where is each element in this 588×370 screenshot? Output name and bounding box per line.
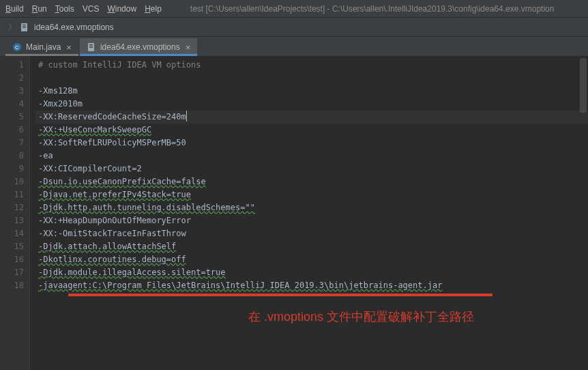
annotation-text: 在 .vmoptions 文件中配置破解补丁全路径 <box>248 309 474 325</box>
line-number: 13 <box>0 214 24 227</box>
gutter: 1 2 3 4 5 6 7 8 9 10 11 12 13 14 15 16 1… <box>0 56 30 370</box>
code-line: -Djdk.attach.allowAttachSelf <box>38 242 176 251</box>
svg-rect-3 <box>23 27 26 28</box>
menu-help[interactable]: Help <box>145 4 162 14</box>
svg-rect-7 <box>89 44 93 45</box>
svg-text:C: C <box>15 44 19 51</box>
code-line: -XX:SoftRefLRUPolicyMSPerMB=50 <box>38 138 186 147</box>
svg-rect-2 <box>23 26 26 27</box>
menu-window[interactable]: Window <box>107 4 136 14</box>
window-title: test [C:\Users\allen\IdeaProjects\test] … <box>190 4 555 14</box>
code-line: -XX:+UseConcMarkSweepGC <box>38 125 151 134</box>
menu-bar: Build Run Tools VCS Window Help test [C:… <box>0 0 588 18</box>
line-number: 17 <box>0 266 24 279</box>
tab-vmoptions[interactable]: idea64.exe.vmoptions × <box>80 38 197 56</box>
menu-vcs[interactable]: VCS <box>83 4 100 14</box>
menu-run[interactable]: Run <box>32 4 47 14</box>
code-line: -Dsun.io.useCanonPrefixCache=false <box>38 177 206 186</box>
breadcrumb-sep-icon: 〉 <box>8 21 16 33</box>
tab-strip: C Main.java × idea64.exe.vmoptions × <box>0 37 588 56</box>
code-line: -Djdk.module.illegalAccess.silent=true <box>38 268 226 277</box>
breadcrumb: 〉 idea64.exe.vmoptions <box>0 18 588 37</box>
line-number: 8 <box>0 150 24 162</box>
editor[interactable]: 1 2 3 4 5 6 7 8 9 10 11 12 13 14 15 16 1… <box>0 56 588 370</box>
line-number: 11 <box>0 188 24 201</box>
line-number: 14 <box>0 227 24 240</box>
line-number: 12 <box>0 201 24 214</box>
svg-rect-8 <box>89 46 93 46</box>
menu-build[interactable]: Build <box>5 4 24 14</box>
code-line: # custom IntelliJ IDEA VM options <box>38 60 201 70</box>
code-area[interactable]: # custom IntelliJ IDEA VM options -Xms12… <box>30 56 588 370</box>
code-line: -Djava.net.preferIPv4Stack=true <box>38 190 191 199</box>
file-icon <box>19 22 30 33</box>
menu-tools[interactable]: Tools <box>55 4 74 14</box>
code-line: -ea <box>38 151 53 160</box>
code-line: -XX:CICompilerCount=2 <box>38 164 142 173</box>
line-number: 2 <box>0 72 24 85</box>
code-line: -XX:ReservedCodeCacheSize=240m <box>38 112 186 122</box>
line-number: 7 <box>0 137 24 150</box>
line-number: 9 <box>0 162 24 175</box>
line-number: 3 <box>0 85 24 98</box>
code-line: -XX:+HeapDumpOnOutOfMemoryError <box>38 216 191 225</box>
file-icon <box>87 42 96 52</box>
tab-label: Main.java <box>26 42 61 52</box>
tab-label: idea64.exe.vmoptions <box>100 42 180 52</box>
vertical-scrollbar[interactable] <box>580 58 587 113</box>
svg-rect-9 <box>89 47 93 48</box>
close-icon[interactable]: × <box>66 43 72 52</box>
breadcrumb-file[interactable]: idea64.exe.vmoptions <box>34 23 114 32</box>
line-number: 18 <box>0 279 24 292</box>
code-line: -javaagent:C:\Program Files\JetBrains\In… <box>38 281 442 290</box>
line-number: 6 <box>0 124 24 137</box>
line-number: 16 <box>0 253 24 266</box>
line-number: 1 <box>0 59 24 72</box>
line-number: 15 <box>0 240 24 253</box>
code-line: -Dkotlinx.coroutines.debug=off <box>38 255 186 264</box>
annotation-underline <box>68 294 493 296</box>
code-line: -Xms128m <box>38 86 78 96</box>
line-number: 5 <box>0 111 24 124</box>
code-line: -Djdk.http.auth.tunneling.disabledScheme… <box>38 203 255 212</box>
svg-rect-1 <box>23 25 26 25</box>
java-class-icon: C <box>12 42 22 52</box>
code-line: -Xmx2010m <box>38 99 83 109</box>
caret <box>186 111 187 122</box>
tab-main-java[interactable]: C Main.java × <box>5 38 78 56</box>
line-number: 4 <box>0 98 24 111</box>
line-number: 10 <box>0 175 24 188</box>
close-icon[interactable]: × <box>186 43 191 52</box>
code-line: -XX:-OmitStackTraceInFastThrow <box>38 229 186 238</box>
